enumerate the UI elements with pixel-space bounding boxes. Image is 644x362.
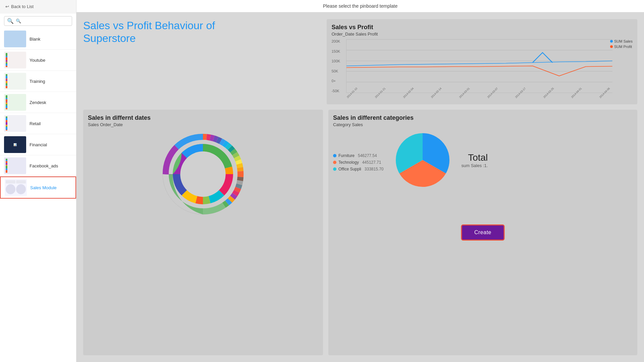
y-axis-label: -50K	[331, 89, 345, 93]
create-button-overlay: Create	[461, 224, 504, 241]
chart-legend: SUM Sales SUM Profit	[610, 39, 633, 50]
template-label-financial: Financial	[30, 142, 47, 147]
thumbnail-blank	[4, 31, 26, 47]
categories-chart-title: Sales in different categories	[333, 114, 633, 121]
pie-legend-dot	[333, 161, 336, 164]
donut-svg	[159, 131, 247, 218]
legend-dot	[610, 40, 613, 43]
pie-legend-label: Technology	[338, 160, 359, 165]
back-to-list-button[interactable]: ↩ Back to List	[0, 0, 76, 13]
legend-dot	[610, 45, 613, 48]
thumbnail-facebook_ads	[4, 157, 26, 174]
thumbnail-sales_module	[5, 179, 27, 196]
line-chart-subtitle: Order_Date Sales Profit	[331, 32, 633, 37]
categories-chart-panel: Sales in different categories Category S…	[328, 110, 637, 355]
search-icon: 🔍	[7, 18, 14, 24]
sidebar-item-training[interactable]: Training	[0, 71, 76, 92]
template-label-retail: Retail	[30, 121, 41, 126]
y-axis-label: 100K	[331, 59, 345, 63]
y-axis-label: 50K	[331, 69, 345, 73]
main-area: Please select the pinboard template Sale…	[76, 0, 644, 362]
line-chart-svg	[346, 39, 612, 93]
thumbnail-retail	[4, 115, 26, 132]
dashboard-preview: Sales vs Profit Behaviour of Superstore …	[76, 12, 644, 362]
pie-legend-label: Office Suppli	[338, 167, 361, 171]
template-label-training: Training	[30, 79, 45, 84]
chart-drawing-area	[346, 39, 612, 93]
create-button[interactable]: Create	[461, 224, 504, 241]
sidebar-item-financial[interactable]: 📊 Financial	[0, 134, 76, 155]
sidebar-item-blank[interactable]: Blank	[0, 29, 76, 50]
y-axis-labels: 200K150K100K50K0+-50K	[331, 39, 345, 93]
sidebar-item-youtube[interactable]: Youtube	[0, 50, 76, 71]
legend-item: SUM Profit	[610, 45, 633, 49]
preview-area: Sales vs Profit Behaviour of Superstore …	[76, 12, 644, 362]
thumbnail-zendesk	[4, 94, 26, 111]
template-label-blank: Blank	[30, 37, 41, 42]
total-section: Total sum Sales :1.	[462, 152, 488, 168]
top-bar: Please select the pinboard template	[76, 0, 644, 12]
thumbnail-financial: 📊	[4, 136, 26, 153]
pie-legend-value: 333815.70	[365, 167, 384, 171]
sidebar-item-zendesk[interactable]: Zendesk	[0, 92, 76, 113]
pie-chart-legend: Furniture 546277.54 Technology 445127.71…	[333, 153, 384, 173]
pie-legend-label: Furniture	[338, 153, 355, 158]
template-label-youtube: Youtube	[30, 58, 45, 63]
template-label-facebook_ads: Facebook_ads	[30, 163, 58, 168]
sidebar-item-retail[interactable]: Retail	[0, 113, 76, 134]
donut-chart-panel: Sales in differnt dates Sales Order_Date	[83, 110, 323, 355]
sidebar: ↩ Back to List 🔍 BlankYoutubeTrainingZen…	[0, 0, 76, 362]
sum-label: sum Sales :1.	[462, 163, 488, 168]
pie-legend-item: Technology 445127.71	[333, 160, 384, 165]
thumbnail-training	[4, 73, 26, 90]
pie-legend-value: 546277.54	[358, 153, 377, 158]
y-axis-label: 150K	[331, 49, 345, 53]
y-axis-label: 200K	[331, 39, 345, 43]
y-axis-label: 0+	[331, 79, 345, 83]
pie-legend-dot	[333, 154, 336, 157]
pie-chart-container: Furniture 546277.54 Technology 445127.71…	[333, 130, 633, 190]
thumbnail-youtube	[4, 52, 26, 68]
donut-chart-subtitle: Sales Order_Date	[88, 122, 318, 127]
line-chart-title: Sales vs Profit	[331, 24, 633, 31]
template-label-sales_module: Sales Module	[30, 185, 57, 190]
svg-point-2	[180, 152, 226, 197]
instruction-text: Please select the pinboard template	[323, 3, 398, 9]
back-to-list-label: Back to List	[11, 4, 34, 9]
search-input[interactable]	[16, 18, 69, 23]
pie-legend-item: Office Suppli 333815.70	[333, 167, 384, 171]
pie-chart-svg	[389, 130, 456, 190]
donut-chart-title: Sales in differnt dates	[88, 114, 318, 121]
search-box[interactable]: 🔍	[4, 16, 72, 26]
legend-label: SUM Sales	[614, 39, 633, 43]
total-label: Total	[462, 152, 488, 163]
pie-legend-item: Furniture 546277.54	[333, 153, 384, 158]
legend-item: SUM Sales	[610, 39, 633, 43]
template-label-zendesk: Zendesk	[30, 100, 46, 105]
legend-label: SUM Profit	[614, 45, 632, 49]
pie-legend-dot	[333, 167, 336, 171]
sidebar-item-sales_module[interactable]: Sales Module	[0, 176, 76, 199]
x-axis-labels: 2014-01-102014-01-212014-02-042014-02-14…	[346, 97, 612, 100]
back-arrow-icon: ↩	[5, 4, 9, 9]
pie-legend-value: 445127.71	[362, 160, 381, 165]
categories-chart-subtitle: Category Sales	[333, 122, 633, 127]
sidebar-item-facebook_ads[interactable]: Facebook_ads	[0, 155, 76, 176]
template-list: BlankYoutubeTrainingZendeskRetail 📊 Fina…	[0, 29, 76, 199]
line-chart-panel: Sales vs Profit Order_Date Sales Profit …	[327, 19, 637, 104]
dashboard-title: Sales vs Profit Behaviour of Superstore	[83, 19, 315, 45]
